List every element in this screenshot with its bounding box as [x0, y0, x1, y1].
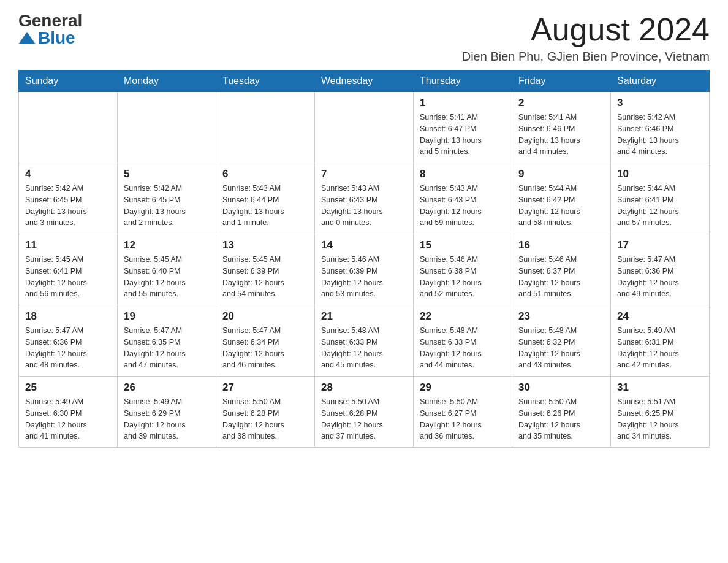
month-year-title: August 2024	[462, 12, 710, 47]
day-number: 8	[420, 168, 506, 180]
calendar-week-row: 25Sunrise: 5:49 AM Sunset: 6:30 PM Dayli…	[19, 377, 710, 448]
day-info: Sunrise: 5:42 AM Sunset: 6:45 PM Dayligh…	[25, 183, 111, 229]
day-info: Sunrise: 5:46 AM Sunset: 6:37 PM Dayligh…	[518, 254, 604, 300]
day-number: 31	[617, 381, 703, 394]
calendar-week-row: 18Sunrise: 5:47 AM Sunset: 6:36 PM Dayli…	[19, 305, 710, 377]
day-info: Sunrise: 5:45 AM Sunset: 6:39 PM Dayligh…	[222, 254, 308, 300]
day-number: 28	[321, 381, 407, 394]
day-info: Sunrise: 5:49 AM Sunset: 6:29 PM Dayligh…	[124, 396, 210, 442]
day-number: 22	[420, 310, 506, 323]
calendar-cell: 15Sunrise: 5:46 AM Sunset: 6:38 PM Dayli…	[414, 234, 512, 305]
day-info: Sunrise: 5:48 AM Sunset: 6:33 PM Dayligh…	[420, 325, 506, 371]
day-number: 19	[124, 310, 210, 323]
calendar-cell: 11Sunrise: 5:45 AM Sunset: 6:41 PM Dayli…	[19, 234, 118, 305]
day-number: 13	[222, 239, 308, 251]
day-number: 18	[25, 310, 111, 323]
calendar-cell: 22Sunrise: 5:48 AM Sunset: 6:33 PM Dayli…	[414, 305, 512, 377]
page-header: General Blue August 2024 Dien Bien Phu, …	[18, 12, 710, 64]
day-info: Sunrise: 5:49 AM Sunset: 6:30 PM Dayligh…	[25, 396, 111, 442]
day-number: 11	[25, 239, 111, 251]
weekday-header-sunday: Sunday	[19, 71, 118, 92]
calendar-cell: 4Sunrise: 5:42 AM Sunset: 6:45 PM Daylig…	[19, 163, 118, 234]
calendar-cell: 31Sunrise: 5:51 AM Sunset: 6:25 PM Dayli…	[611, 377, 710, 448]
calendar-cell: 14Sunrise: 5:46 AM Sunset: 6:39 PM Dayli…	[315, 234, 414, 305]
calendar-week-row: 11Sunrise: 5:45 AM Sunset: 6:41 PM Dayli…	[19, 234, 710, 305]
day-number: 25	[25, 381, 111, 394]
calendar-cell: 8Sunrise: 5:43 AM Sunset: 6:43 PM Daylig…	[414, 163, 512, 234]
calendar-cell: 30Sunrise: 5:50 AM Sunset: 6:26 PM Dayli…	[512, 377, 611, 448]
day-number: 6	[222, 168, 308, 180]
day-info: Sunrise: 5:51 AM Sunset: 6:25 PM Dayligh…	[617, 396, 703, 442]
day-number: 24	[617, 310, 703, 323]
day-info: Sunrise: 5:49 AM Sunset: 6:31 PM Dayligh…	[617, 325, 703, 371]
calendar-cell	[19, 92, 118, 163]
day-number: 27	[222, 381, 308, 394]
day-number: 17	[617, 239, 703, 251]
day-info: Sunrise: 5:44 AM Sunset: 6:41 PM Dayligh…	[617, 183, 703, 229]
logo-blue-line: Blue	[18, 29, 75, 47]
calendar-cell: 19Sunrise: 5:47 AM Sunset: 6:35 PM Dayli…	[118, 305, 216, 377]
calendar-cell: 6Sunrise: 5:43 AM Sunset: 6:44 PM Daylig…	[216, 163, 315, 234]
calendar-cell: 18Sunrise: 5:47 AM Sunset: 6:36 PM Dayli…	[19, 305, 118, 377]
calendar-cell: 25Sunrise: 5:49 AM Sunset: 6:30 PM Dayli…	[19, 377, 118, 448]
day-info: Sunrise: 5:45 AM Sunset: 6:41 PM Dayligh…	[25, 254, 111, 300]
day-number: 29	[420, 381, 506, 394]
calendar-cell	[216, 92, 315, 163]
calendar-cell: 12Sunrise: 5:45 AM Sunset: 6:40 PM Dayli…	[118, 234, 216, 305]
calendar-cell: 23Sunrise: 5:48 AM Sunset: 6:32 PM Dayli…	[512, 305, 611, 377]
day-number: 3	[617, 97, 703, 109]
weekday-header-saturday: Saturday	[611, 71, 710, 92]
calendar-cell: 29Sunrise: 5:50 AM Sunset: 6:27 PM Dayli…	[414, 377, 512, 448]
calendar-cell	[118, 92, 216, 163]
logo-blue-text: Blue	[38, 29, 75, 47]
logo-triangle-icon	[18, 32, 36, 44]
calendar-cell: 5Sunrise: 5:42 AM Sunset: 6:45 PM Daylig…	[118, 163, 216, 234]
calendar-cell: 16Sunrise: 5:46 AM Sunset: 6:37 PM Dayli…	[512, 234, 611, 305]
day-number: 23	[518, 310, 604, 323]
calendar-cell: 9Sunrise: 5:44 AM Sunset: 6:42 PM Daylig…	[512, 163, 611, 234]
calendar-cell: 10Sunrise: 5:44 AM Sunset: 6:41 PM Dayli…	[611, 163, 710, 234]
day-number: 4	[25, 168, 111, 180]
day-info: Sunrise: 5:41 AM Sunset: 6:46 PM Dayligh…	[518, 112, 604, 158]
day-number: 7	[321, 168, 407, 180]
calendar-cell: 28Sunrise: 5:50 AM Sunset: 6:28 PM Dayli…	[315, 377, 414, 448]
weekday-header-friday: Friday	[512, 71, 611, 92]
calendar-cell: 20Sunrise: 5:47 AM Sunset: 6:34 PM Dayli…	[216, 305, 315, 377]
weekday-header-thursday: Thursday	[414, 71, 512, 92]
calendar-cell: 7Sunrise: 5:43 AM Sunset: 6:43 PM Daylig…	[315, 163, 414, 234]
day-number: 12	[124, 239, 210, 251]
day-info: Sunrise: 5:46 AM Sunset: 6:38 PM Dayligh…	[420, 254, 506, 300]
calendar-cell: 21Sunrise: 5:48 AM Sunset: 6:33 PM Dayli…	[315, 305, 414, 377]
calendar-cell: 3Sunrise: 5:42 AM Sunset: 6:46 PM Daylig…	[611, 92, 710, 163]
weekday-header-tuesday: Tuesday	[216, 71, 315, 92]
calendar-cell: 24Sunrise: 5:49 AM Sunset: 6:31 PM Dayli…	[611, 305, 710, 377]
calendar-cell: 17Sunrise: 5:47 AM Sunset: 6:36 PM Dayli…	[611, 234, 710, 305]
day-number: 21	[321, 310, 407, 323]
calendar-cell: 26Sunrise: 5:49 AM Sunset: 6:29 PM Dayli…	[118, 377, 216, 448]
day-number: 9	[518, 168, 604, 180]
calendar-table: SundayMondayTuesdayWednesdayThursdayFrid…	[18, 70, 710, 448]
day-number: 16	[518, 239, 604, 251]
day-info: Sunrise: 5:45 AM Sunset: 6:40 PM Dayligh…	[124, 254, 210, 300]
calendar-cell: 1Sunrise: 5:41 AM Sunset: 6:47 PM Daylig…	[414, 92, 512, 163]
calendar-body: 1Sunrise: 5:41 AM Sunset: 6:47 PM Daylig…	[19, 92, 710, 448]
day-info: Sunrise: 5:41 AM Sunset: 6:47 PM Dayligh…	[420, 112, 506, 158]
day-info: Sunrise: 5:42 AM Sunset: 6:45 PM Dayligh…	[124, 183, 210, 229]
day-number: 5	[124, 168, 210, 180]
title-area: August 2024 Dien Bien Phu, GJien Bien Pr…	[462, 12, 710, 64]
day-number: 1	[420, 97, 506, 109]
day-info: Sunrise: 5:42 AM Sunset: 6:46 PM Dayligh…	[617, 112, 703, 158]
weekday-header-monday: Monday	[118, 71, 216, 92]
day-number: 20	[222, 310, 308, 323]
day-info: Sunrise: 5:50 AM Sunset: 6:27 PM Dayligh…	[420, 396, 506, 442]
day-number: 15	[420, 239, 506, 251]
calendar-cell	[315, 92, 414, 163]
weekday-header-wednesday: Wednesday	[315, 71, 414, 92]
calendar-cell: 27Sunrise: 5:50 AM Sunset: 6:28 PM Dayli…	[216, 377, 315, 448]
day-info: Sunrise: 5:44 AM Sunset: 6:42 PM Dayligh…	[518, 183, 604, 229]
day-info: Sunrise: 5:50 AM Sunset: 6:28 PM Dayligh…	[321, 396, 407, 442]
day-info: Sunrise: 5:43 AM Sunset: 6:44 PM Dayligh…	[222, 183, 308, 229]
day-info: Sunrise: 5:43 AM Sunset: 6:43 PM Dayligh…	[321, 183, 407, 229]
calendar-week-row: 4Sunrise: 5:42 AM Sunset: 6:45 PM Daylig…	[19, 163, 710, 234]
logo: General Blue	[18, 12, 82, 47]
